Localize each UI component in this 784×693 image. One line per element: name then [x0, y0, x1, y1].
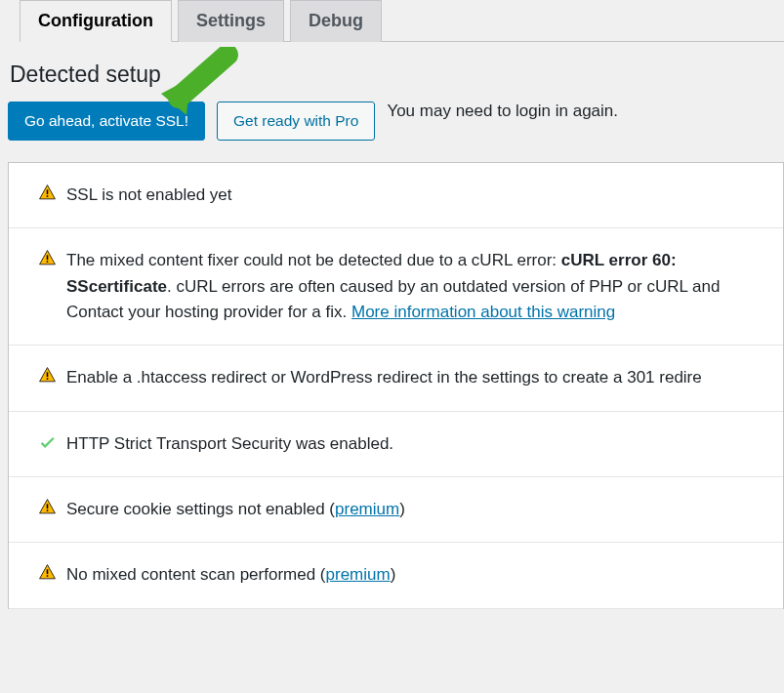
checkmark-icon [38, 432, 57, 451]
svg-rect-3 [47, 262, 49, 264]
get-pro-button[interactable]: Get ready with Pro [217, 102, 375, 141]
tab-bar: Configuration Settings Debug [20, 0, 784, 42]
svg-rect-6 [47, 504, 49, 509]
status-text-fragment: Contact your hosting provider for a fix. [66, 303, 351, 321]
status-text-fragment: ) [391, 565, 396, 584]
svg-rect-9 [47, 576, 49, 578]
status-link[interactable]: premium [326, 565, 391, 584]
status-item: The mixed content fixer could not be det… [9, 228, 783, 346]
svg-rect-5 [47, 379, 49, 381]
status-item: Enable a .htaccess redirect or WordPress… [9, 346, 783, 411]
status-text: SSL is not enabled yet [66, 183, 232, 208]
status-text-fragment: The mixed content fixer could not be det… [66, 251, 561, 269]
tab-debug[interactable]: Debug [290, 0, 382, 42]
action-row: Go ahead, activate SSL! Get ready with P… [8, 102, 784, 141]
warning-icon [38, 366, 57, 385]
status-text-fragment: ) [399, 500, 405, 518]
status-text-fragment: . cURL errors are often caused by an out… [167, 277, 720, 296]
status-item: Secure cookie settings not enabled (prem… [9, 477, 783, 543]
warning-icon [38, 563, 57, 582]
status-text-fragment: SSL is not enabled yet [66, 185, 232, 204]
status-list: SSL is not enabled yetThe mixed content … [8, 162, 784, 609]
warning-icon [38, 498, 57, 516]
status-link[interactable]: premium [335, 500, 399, 518]
status-text: HTTP Strict Transport Security was enabl… [66, 431, 393, 457]
svg-rect-1 [47, 195, 49, 197]
svg-rect-4 [47, 373, 49, 378]
status-item: SSL is not enabled yet [9, 163, 783, 228]
warning-icon [38, 183, 57, 202]
login-note: You may need to login in again. [387, 102, 618, 121]
status-item: No mixed content scan performed (premium… [9, 543, 783, 608]
status-text-fragment: Enable a .htaccess redirect or WordPress… [66, 368, 702, 387]
svg-rect-8 [47, 570, 49, 575]
status-text-fragment: HTTP Strict Transport Security was enabl… [66, 434, 393, 453]
svg-rect-0 [47, 189, 49, 194]
warning-icon [38, 249, 57, 267]
status-text: No mixed content scan performed (premium… [66, 562, 395, 588]
status-text: Enable a .htaccess redirect or WordPress… [66, 365, 702, 390]
status-text-fragment: Secure cookie settings not enabled ( [66, 500, 335, 518]
tab-settings[interactable]: Settings [178, 0, 284, 42]
status-text: Secure cookie settings not enabled (prem… [66, 497, 405, 522]
svg-rect-7 [47, 510, 49, 511]
tab-configuration[interactable]: Configuration [20, 0, 172, 42]
status-link[interactable]: More information about this warning [351, 303, 615, 321]
status-item: HTTP Strict Transport Security was enabl… [9, 412, 783, 477]
status-text-fragment: No mixed content scan performed ( [66, 565, 326, 584]
svg-rect-2 [47, 256, 49, 261]
activate-ssl-button[interactable]: Go ahead, activate SSL! [8, 102, 205, 141]
section-heading: Detected setup [10, 61, 784, 88]
status-text: The mixed content fixer could not be det… [66, 248, 754, 325]
status-bold: certificate [89, 277, 167, 296]
